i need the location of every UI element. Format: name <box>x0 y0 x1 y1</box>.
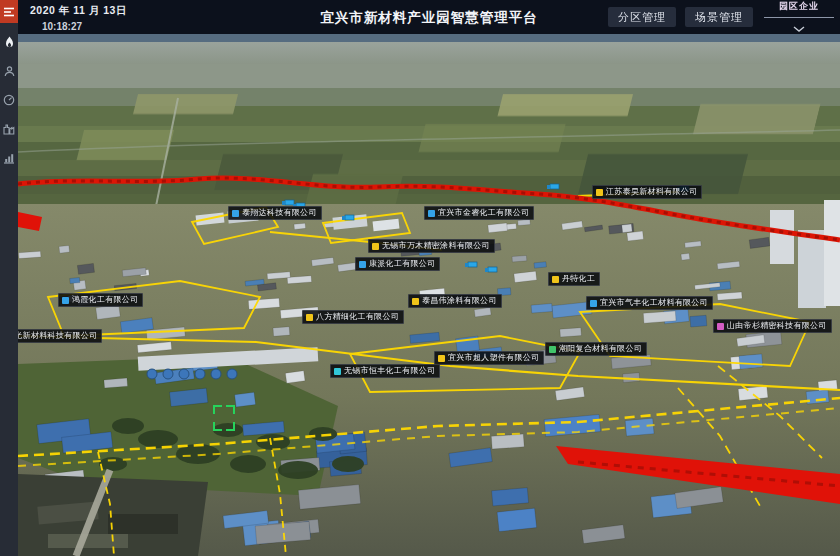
company-label-text: 无锡市万木精密涂料有限公司 <box>382 242 490 250</box>
company-label-text: 宜兴市金睿化工有限公司 <box>438 209 529 217</box>
park-enterprise-dropdown[interactable]: 园区企业 <box>762 0 836 36</box>
header-date: 2020 年 11 月 13日 <box>30 4 127 18</box>
company-label-text: 晨光新材料科技有限公司 <box>18 332 97 340</box>
company-label[interactable]: 鸿霞化工有限公司 <box>58 293 143 307</box>
gauge-icon <box>3 94 15 106</box>
fire-icon <box>4 36 15 49</box>
sidebar <box>0 0 18 556</box>
menu-toggle-button[interactable] <box>0 0 18 23</box>
sidebar-item-alarm[interactable] <box>0 32 18 52</box>
company-marker-icon <box>596 189 603 196</box>
company-label[interactable]: 泰翔达科技有限公司 <box>228 206 322 220</box>
datetime-block: 2020 年 11 月 13日 10:18:27 <box>30 4 127 32</box>
company-marker-icon <box>717 323 724 330</box>
header-time: 10:18:27 <box>30 21 127 32</box>
company-label-text: 江苏泰昊新材料有限公司 <box>606 188 697 196</box>
company-marker-icon <box>428 210 435 217</box>
company-label-text: 泰翔达科技有限公司 <box>242 209 317 217</box>
company-label-text: 无锡市恒丰化工有限公司 <box>344 367 435 375</box>
company-marker-icon <box>62 297 69 304</box>
company-marker-icon <box>359 261 366 268</box>
company-label-text: 山由帝杉精密科技有限公司 <box>727 322 827 330</box>
company-label[interactable]: 丹特化工 <box>548 272 600 286</box>
company-label[interactable]: 宜兴市超人塑件有限公司 <box>434 351 544 365</box>
company-label[interactable]: 宜兴市气丰化工材料有限公司 <box>586 296 713 310</box>
page-title: 宜兴市新材料产业园智慧管理平台 <box>320 9 538 27</box>
menu-icon <box>3 3 15 21</box>
company-label-text: 泰昌伟涂料有限公司 <box>422 297 497 305</box>
sidebar-item-personnel[interactable] <box>0 61 18 81</box>
company-label-text: 康派化工有限公司 <box>369 260 435 268</box>
company-label[interactable]: 泰昌伟涂料有限公司 <box>408 294 502 308</box>
sidebar-item-enterprise[interactable] <box>0 119 18 139</box>
company-label-text: 鸿霞化工有限公司 <box>72 296 138 304</box>
company-labels-layer: 江苏泰昊新材料有限公司泰翔达科技有限公司宜兴市金睿化工有限公司无锡市万木精密涂料… <box>18 34 840 556</box>
company-label[interactable]: 宜兴市金睿化工有限公司 <box>424 206 534 220</box>
company-marker-icon <box>438 355 445 362</box>
sidebar-item-statistics[interactable] <box>0 148 18 168</box>
company-marker-icon <box>232 210 239 217</box>
company-label[interactable]: 无锡市万木精密涂料有限公司 <box>368 239 495 253</box>
company-label-text: 宜兴市超人塑件有限公司 <box>448 354 539 362</box>
company-label-text: 潮阳复合材料有限公司 <box>559 345 642 353</box>
company-label[interactable]: 晨光新材料科技有限公司 <box>18 329 102 343</box>
factory-icon <box>3 124 15 135</box>
app-window: 2020 年 11 月 13日 10:18:27 宜兴市新材料产业园智慧管理平台… <box>0 0 840 556</box>
chart-icon <box>3 153 15 164</box>
company-label[interactable]: 八方精细化工有限公司 <box>302 310 404 324</box>
dropdown-label: 园区企业 <box>779 0 819 13</box>
company-marker-icon <box>372 243 379 250</box>
company-label-text: 宜兴市气丰化工材料有限公司 <box>600 299 708 307</box>
company-label[interactable]: 江苏泰昊新材料有限公司 <box>592 185 702 199</box>
scene-management-button[interactable]: 场景管理 <box>685 7 753 27</box>
company-label-text: 八方精细化工有限公司 <box>316 313 399 321</box>
map-3d-view[interactable]: 江苏泰昊新材料有限公司泰翔达科技有限公司宜兴市金睿化工有限公司无锡市万木精密涂料… <box>18 34 840 556</box>
sidebar-item-monitor[interactable] <box>0 90 18 110</box>
zone-management-button[interactable]: 分区管理 <box>608 7 676 27</box>
company-label[interactable]: 康派化工有限公司 <box>355 257 440 271</box>
company-label[interactable]: 无锡市恒丰化工有限公司 <box>330 364 440 378</box>
company-label-text: 丹特化工 <box>562 275 595 283</box>
header: 2020 年 11 月 13日 10:18:27 宜兴市新材料产业园智慧管理平台… <box>18 0 840 34</box>
company-marker-icon <box>552 276 559 283</box>
company-marker-icon <box>412 298 419 305</box>
company-marker-icon <box>590 300 597 307</box>
user-icon <box>4 66 15 77</box>
chevron-down-icon <box>793 18 805 36</box>
company-label[interactable]: 潮阳复合材料有限公司 <box>545 342 647 356</box>
company-marker-icon <box>334 368 341 375</box>
header-controls: 分区管理 场景管理 园区企业 <box>608 0 836 34</box>
company-marker-icon <box>306 314 313 321</box>
company-label[interactable]: 山由帝杉精密科技有限公司 <box>713 319 832 333</box>
company-marker-icon <box>549 346 556 353</box>
